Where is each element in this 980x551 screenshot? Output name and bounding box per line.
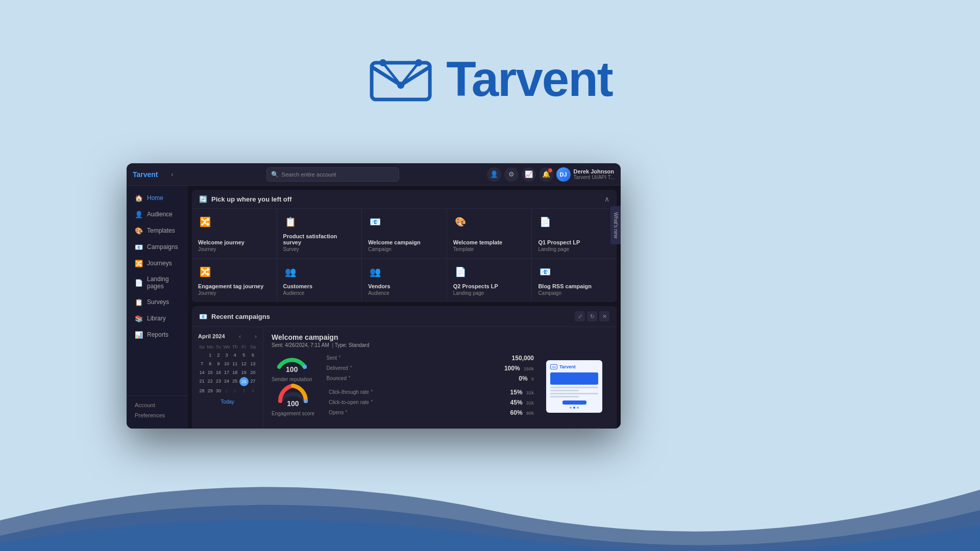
pickup-card-icon-q2: 📄	[453, 265, 468, 279]
stats-col-2: Click-through rate ˅ 15% 31k Click-to-op…	[329, 389, 534, 416]
sidebar-item-journeys[interactable]: 🔀 Journeys	[127, 255, 188, 271]
cal-day[interactable]: 15	[206, 368, 214, 377]
pickup-card-icon-engagement: 🔀	[198, 265, 212, 279]
sidebar-item-library[interactable]: 📚 Library	[127, 310, 188, 327]
cal-day[interactable]: 3	[239, 387, 249, 395]
cal-day[interactable]: 7	[198, 360, 206, 368]
calendar-next-button[interactable]: ›	[255, 333, 257, 339]
cal-day[interactable]: 2	[231, 387, 239, 395]
account-link[interactable]: Account	[135, 400, 180, 410]
cal-day[interactable]: 9	[214, 360, 222, 368]
whats-new-tab[interactable]: What's new	[610, 206, 621, 244]
sidebar-item-label-journeys: Journeys	[147, 260, 172, 267]
cal-day[interactable]: 24	[223, 377, 231, 386]
cal-day[interactable]: 10	[223, 360, 231, 368]
search-bar[interactable]: 🔍 Search entire account	[266, 167, 399, 182]
journeys-icon: 🔀	[135, 259, 143, 267]
sidebar-collapse-button[interactable]: ‹	[166, 168, 179, 181]
cal-day[interactable]: 8	[206, 360, 214, 368]
cal-day[interactable]: 21	[198, 377, 206, 386]
cal-day[interactable]: 13	[249, 360, 257, 368]
notifications-icon-button[interactable]: 🔔	[539, 167, 553, 182]
pickup-card-engagement-journey[interactable]: 🔀 Engagement tag journey Journey	[192, 259, 277, 302]
sidebar-item-reports[interactable]: 📊 Reports	[127, 327, 188, 343]
user-menu-button[interactable]: DJ Derek Johnson Tarvent UI/API T...	[556, 167, 615, 182]
pickup-section: 🔄 Pick up where you left off ∧ 🔀 Welcome…	[192, 190, 617, 302]
engagement-score-label: Engagement score	[272, 411, 314, 416]
cal-day[interactable]: 18	[231, 368, 239, 377]
pickup-card-type-3: Template	[453, 246, 526, 252]
campaigns-header-buttons: ⤢ ↻ ✕	[575, 311, 609, 321]
sidebar-item-surveys[interactable]: 📋 Surveys	[127, 294, 188, 310]
cal-header-tu: Tu	[214, 343, 222, 350]
cal-day[interactable]: 1	[223, 387, 231, 395]
settings-icon-button[interactable]: ⚙	[504, 167, 519, 182]
avatar: DJ	[556, 167, 571, 182]
cal-day[interactable]: 20	[249, 368, 257, 377]
cal-day[interactable]: 4	[249, 387, 257, 395]
sidebar-item-templates[interactable]: 🎨 Templates	[127, 222, 188, 239]
refresh-button[interactable]: ↻	[587, 311, 597, 321]
pickup-card-welcome-template[interactable]: 🎨 Welcome template Template	[447, 209, 532, 258]
user-role: Tarvent UI/API T...	[574, 174, 615, 180]
pickup-card-welcome-campaign[interactable]: 📧 Welcome campaign Campaign	[362, 209, 447, 258]
sidebar-item-home[interactable]: 🏠 Home	[127, 190, 188, 206]
email-preview-thumbnail: Tarvent	[546, 360, 602, 413]
sidebar-item-landing-pages[interactable]: 📄 Landing pages	[127, 271, 188, 294]
cal-day[interactable]: 29	[206, 387, 214, 395]
cal-day[interactable]: 27	[249, 377, 257, 386]
user-info: Derek Johnson Tarvent UI/API T...	[574, 168, 615, 180]
sidebar-item-label-home: Home	[147, 194, 163, 202]
pickup-card-type-8: Landing page	[453, 290, 526, 296]
sidebar-item-campaigns[interactable]: 📧 Campaigns	[127, 239, 188, 255]
pickup-card-welcome-journey[interactable]: 🔀 Welcome journey Journey	[192, 209, 277, 258]
cal-day[interactable]: 12	[239, 360, 249, 368]
cal-day[interactable]: 2	[214, 351, 222, 359]
pickup-card-q1-prospect[interactable]: 📄 Q1 Prospect LP Landing page	[532, 209, 617, 258]
cal-day-today[interactable]: 26	[239, 377, 249, 386]
cal-day[interactable]: 23	[214, 377, 222, 386]
close-button[interactable]: ✕	[599, 311, 609, 321]
cal-day[interactable]: 25	[231, 377, 239, 386]
surveys-icon: 📋	[135, 298, 143, 306]
calendar-prev-button[interactable]: ‹	[239, 333, 241, 339]
cal-day[interactable]	[198, 351, 206, 359]
cal-header-th: Th	[231, 343, 239, 350]
cal-day[interactable]: 19	[239, 368, 249, 377]
app-window: Tarvent ‹ 🔍 Search entire account 👤 ⚙ 📈 …	[127, 163, 621, 429]
cal-day[interactable]: 1	[206, 351, 214, 359]
cal-day[interactable]: 11	[231, 360, 239, 368]
calendar-panel: April 2024 ‹ › Su Mo Tu We Th Fr Sa	[192, 327, 263, 429]
pickup-card-type-2: Campaign	[368, 246, 440, 252]
engagement-score-value: 100	[287, 399, 299, 408]
cal-day[interactable]: 6	[249, 351, 257, 359]
sidebar-item-audience[interactable]: 👤 Audience	[127, 206, 188, 222]
pickup-card-product-satisfaction[interactable]: 📋 Product satisfaction survey Survey	[277, 209, 362, 258]
email-preview-brand: Tarvent	[559, 364, 576, 369]
contacts-icon-button[interactable]: 👤	[487, 167, 501, 182]
pickup-collapse-button[interactable]: ∧	[604, 195, 609, 203]
campaigns-section: 📧 Recent campaigns ⤢ ↻ ✕ April 2024 ‹	[192, 306, 617, 429]
campaigns-header: 📧 Recent campaigns ⤢ ↻ ✕	[192, 306, 617, 327]
sidebar-item-label-audience: Audience	[147, 211, 173, 218]
expand-button[interactable]: ⤢	[575, 311, 585, 321]
cal-header-fr: Fr	[239, 343, 249, 350]
cal-day[interactable]: 17	[223, 368, 231, 377]
stat-sent: Sent ˅ 150,000	[327, 355, 534, 362]
pickup-card-q2-prospects[interactable]: 📄 Q2 Prospects LP Landing page	[447, 259, 532, 302]
analytics-icon-button[interactable]: 📈	[522, 167, 536, 182]
pickup-card-blog-rss[interactable]: 📧 Blog RSS campaign Campaign	[532, 259, 617, 302]
cal-day[interactable]: 3	[223, 351, 231, 359]
cal-day[interactable]: 28	[198, 387, 206, 395]
cal-day[interactable]: 16	[214, 368, 222, 377]
preferences-link[interactable]: Preferences	[135, 410, 180, 420]
pickup-card-name-7: Vendors	[368, 283, 440, 289]
cal-day[interactable]: 4	[231, 351, 239, 359]
cal-day[interactable]: 5	[239, 351, 249, 359]
pickup-card-vendors[interactable]: 👥 Vendors Audience	[362, 259, 447, 302]
cal-day[interactable]: 22	[206, 377, 214, 386]
cal-day[interactable]: 30	[214, 387, 222, 395]
pickup-card-customers[interactable]: 👥 Customers Audience	[277, 259, 362, 302]
today-button[interactable]: Today	[198, 399, 257, 405]
cal-day[interactable]: 14	[198, 368, 206, 377]
